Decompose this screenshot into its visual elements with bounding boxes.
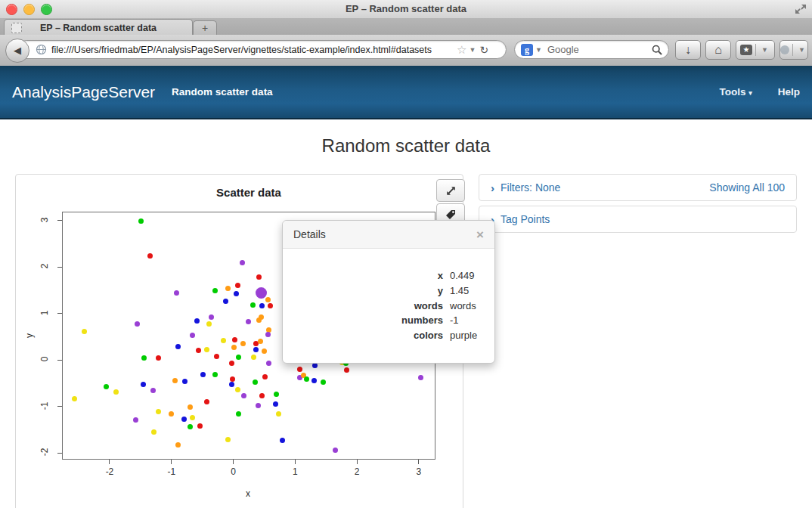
tab-active[interactable]: EP – Random scatter data bbox=[4, 19, 193, 36]
google-logo-icon[interactable]: g bbox=[521, 44, 533, 56]
tag-points-panel-label[interactable]: Tag Points bbox=[501, 213, 550, 225]
scatter-point[interactable] bbox=[209, 314, 214, 320]
detail-label-colors: colors bbox=[283, 328, 443, 343]
scatter-point[interactable] bbox=[311, 378, 317, 383]
scatter-point[interactable] bbox=[236, 411, 241, 417]
button-separator bbox=[755, 44, 756, 56]
search-bar[interactable]: g ▼ Google bbox=[514, 40, 669, 59]
filters-panel[interactable]: › Filters: None Showing All 100 bbox=[479, 174, 797, 201]
scatter-point[interactable] bbox=[253, 347, 259, 352]
filters-panel-label[interactable]: Filters: None bbox=[501, 181, 560, 194]
scatter-point[interactable] bbox=[182, 379, 188, 384]
scatter-point[interactable] bbox=[133, 417, 138, 423]
scatter-point[interactable] bbox=[197, 423, 203, 429]
scatter-point[interactable] bbox=[214, 354, 219, 359]
detail-value-x: 0.449 bbox=[450, 268, 475, 283]
scatter-point[interactable] bbox=[229, 361, 234, 366]
search-icon[interactable] bbox=[652, 45, 662, 55]
browser-toolbar: ◀ file:///Users/friedmab/EP/AnalysisPage… bbox=[0, 35, 812, 67]
scatter-point[interactable] bbox=[333, 448, 338, 453]
scatter-point[interactable] bbox=[72, 396, 77, 401]
scatter-point[interactable] bbox=[221, 338, 226, 343]
downloads-button[interactable]: ↓ bbox=[675, 40, 701, 60]
scatter-point[interactable] bbox=[104, 384, 109, 389]
bookmarks-menu-button[interactable]: ★ ▼ bbox=[736, 40, 775, 60]
scatter-point[interactable] bbox=[246, 319, 251, 324]
window-title: EP – Random scatter data bbox=[0, 3, 812, 14]
window-titlebar: EP – Random scatter data bbox=[0, 0, 812, 19]
globe-icon bbox=[36, 44, 47, 55]
button-separator bbox=[792, 44, 793, 56]
tools-caret-icon: ▾ bbox=[748, 89, 752, 97]
scatter-point[interactable] bbox=[229, 382, 234, 387]
scatter-point[interactable] bbox=[141, 355, 147, 361]
selected-scatter-point[interactable] bbox=[256, 287, 267, 299]
scatter-point[interactable] bbox=[262, 348, 267, 354]
scatter-point[interactable] bbox=[232, 337, 237, 342]
scatter-point[interactable] bbox=[259, 314, 264, 320]
tools-label: Tools bbox=[719, 86, 745, 98]
scatter-point[interactable] bbox=[280, 438, 285, 443]
scatter-point[interactable] bbox=[240, 341, 246, 346]
scatter-point[interactable] bbox=[225, 286, 231, 291]
scatter-point[interactable] bbox=[256, 403, 261, 408]
bookmark-star-icon[interactable]: ☆ bbox=[457, 43, 466, 57]
showing-all-link[interactable]: Showing All 100 bbox=[709, 181, 785, 194]
new-tab-button[interactable]: + bbox=[193, 20, 217, 36]
scatter-point[interactable] bbox=[82, 329, 87, 334]
scatter-point[interactable] bbox=[156, 409, 161, 414]
nav-item-page[interactable]: Random scatter data bbox=[172, 86, 273, 98]
scatter-point[interactable] bbox=[188, 404, 193, 410]
scatter-point[interactable] bbox=[265, 332, 271, 337]
scatter-point[interactable] bbox=[190, 333, 195, 338]
help-link[interactable]: Help bbox=[778, 86, 800, 98]
scatter-point[interactable] bbox=[231, 345, 237, 350]
back-button[interactable]: ◀ bbox=[5, 39, 29, 63]
detail-value-numbers: -1 bbox=[450, 313, 459, 328]
scatter-point[interactable] bbox=[138, 218, 144, 224]
search-input[interactable]: Google bbox=[547, 44, 652, 55]
scatter-point[interactable] bbox=[418, 375, 423, 380]
scatter-point[interactable] bbox=[276, 411, 281, 417]
details-title: Details bbox=[293, 228, 326, 240]
details-popover-header: Details × bbox=[283, 221, 494, 249]
url-bar[interactable]: file:///Users/friedmab/EP/AnalysisPageSe… bbox=[17, 40, 507, 59]
scatter-point[interactable] bbox=[169, 411, 174, 417]
scatter-point[interactable] bbox=[235, 283, 240, 288]
scatter-point[interactable] bbox=[172, 378, 178, 383]
scatter-point[interactable] bbox=[204, 399, 209, 404]
home-button[interactable]: ⌂ bbox=[705, 40, 731, 60]
addon-caret-icon: ▼ bbox=[798, 46, 805, 54]
fullscreen-icon[interactable] bbox=[794, 2, 807, 16]
detail-label-x: x bbox=[283, 268, 443, 283]
expand-plot-button[interactable] bbox=[436, 179, 465, 202]
download-arrow-icon: ↓ bbox=[685, 43, 691, 57]
plot-title: Scatter data bbox=[62, 186, 435, 199]
scatter-point[interactable] bbox=[225, 437, 231, 442]
scatter-point[interactable] bbox=[113, 389, 119, 395]
detail-value-y: 1.45 bbox=[450, 283, 469, 299]
reload-icon[interactable]: ↻ bbox=[479, 44, 488, 56]
scatter-point[interactable] bbox=[223, 299, 228, 304]
tools-menu[interactable]: Tools ▾ bbox=[719, 86, 752, 98]
brand-link[interactable]: AnalysisPageServer bbox=[12, 83, 155, 101]
url-text[interactable]: file:///Users/friedmab/EP/AnalysisPageSe… bbox=[51, 45, 455, 55]
scatter-point[interactable] bbox=[174, 290, 179, 296]
scatter-point[interactable] bbox=[181, 417, 187, 422]
scatter-point[interactable] bbox=[251, 355, 256, 360]
tag-points-panel[interactable]: › Tag Points bbox=[479, 206, 797, 233]
scatter-point[interactable] bbox=[250, 302, 256, 308]
scatter-point[interactable] bbox=[194, 318, 200, 324]
scatter-point[interactable] bbox=[344, 367, 349, 373]
search-engine-caret-icon[interactable]: ▼ bbox=[535, 46, 542, 54]
close-icon[interactable]: × bbox=[476, 228, 484, 241]
scatter-point[interactable] bbox=[200, 372, 206, 377]
addon-button[interactable]: ▼ bbox=[779, 40, 808, 60]
url-dropdown-caret-icon[interactable]: ▼ bbox=[469, 46, 476, 54]
scatter-point[interactable] bbox=[236, 355, 241, 360]
scatter-point[interactable] bbox=[206, 321, 212, 327]
scatter-point[interactable] bbox=[150, 388, 156, 393]
scatter-point[interactable] bbox=[235, 387, 240, 392]
scatter-point[interactable] bbox=[268, 303, 273, 308]
scatter-point[interactable] bbox=[262, 374, 268, 379]
